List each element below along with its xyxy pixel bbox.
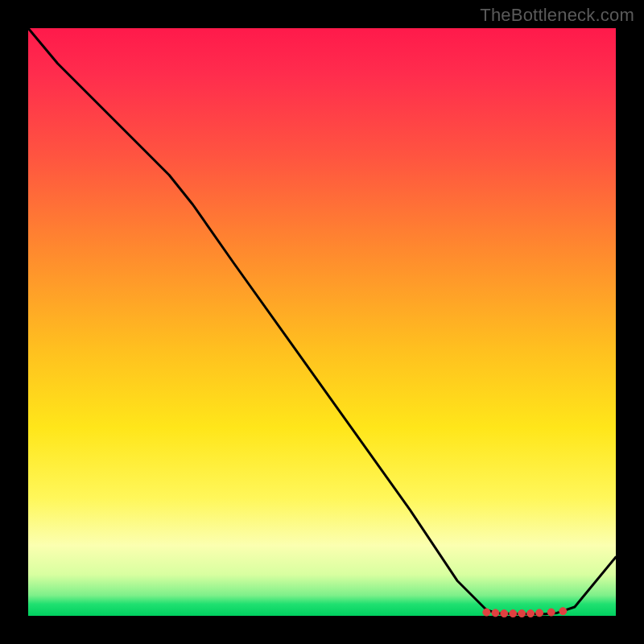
optimal-range-markers bbox=[483, 608, 567, 617]
optimal-marker bbox=[518, 610, 526, 617]
optimal-marker bbox=[547, 609, 555, 616]
bottleneck-curve bbox=[28, 28, 616, 614]
optimal-marker bbox=[536, 609, 543, 617]
optimal-marker bbox=[492, 609, 499, 617]
optimal-marker bbox=[559, 608, 567, 615]
optimal-marker bbox=[510, 610, 517, 617]
watermark-text: TheBottleneck.com bbox=[480, 5, 634, 26]
chart-svg bbox=[28, 28, 616, 616]
chart-frame: TheBottleneck.com bbox=[0, 0, 644, 644]
optimal-marker bbox=[527, 610, 535, 617]
plot-area bbox=[28, 28, 616, 616]
optimal-marker bbox=[483, 609, 490, 616]
optimal-marker bbox=[501, 610, 508, 617]
